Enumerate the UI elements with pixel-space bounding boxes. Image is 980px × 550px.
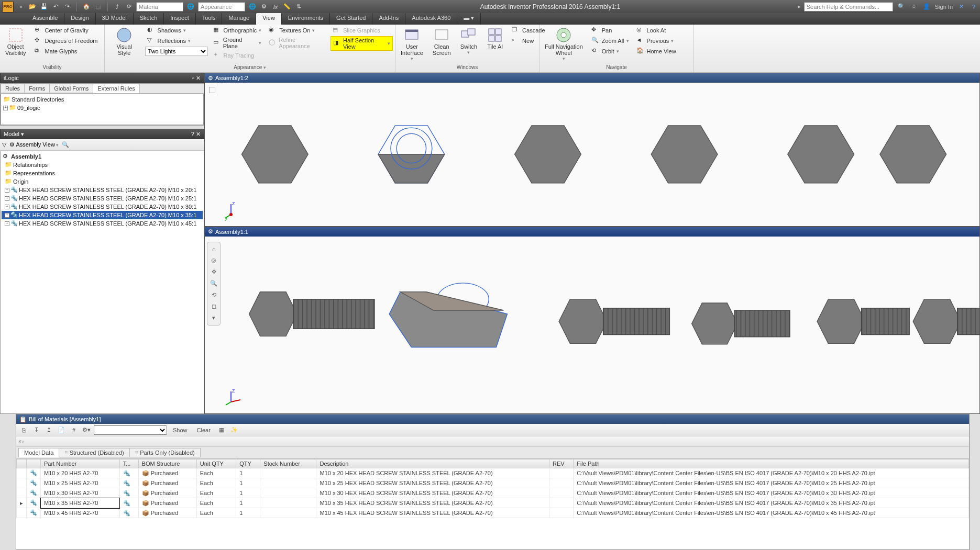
tile-all-button[interactable]: Tile Al bbox=[483, 26, 506, 51]
bom-row[interactable]: 🔩M10 x 45 HHS A2-70🔩📦 PurchasedEach1M10 … bbox=[17, 508, 969, 518]
fx-icon[interactable]: fx bbox=[271, 3, 280, 11]
bom-sort-desc-icon[interactable]: ↥ bbox=[43, 425, 54, 435]
bom-renumber-icon[interactable]: # bbox=[69, 425, 79, 435]
bom-columns-icon[interactable]: ▦ bbox=[216, 425, 227, 435]
tab-tools[interactable]: Tools bbox=[196, 13, 223, 25]
bom-column-header[interactable]: REV bbox=[549, 459, 574, 468]
tab-3d-model[interactable]: 3D Model bbox=[96, 13, 134, 25]
bom-highlight-icon[interactable]: ✨ bbox=[229, 425, 239, 435]
tab-add-ins[interactable]: Add-Ins bbox=[372, 13, 405, 25]
next-icon[interactable]: ▸ bbox=[798, 3, 801, 10]
bom-filter-combo[interactable] bbox=[94, 425, 167, 435]
bom-column-header[interactable]: BOM Structure bbox=[138, 459, 196, 468]
group-label[interactable]: Appearance bbox=[107, 63, 393, 71]
ilogic-tab-global-forms[interactable]: Global Forms bbox=[49, 84, 93, 93]
viewport2[interactable]: ⌂ ◎ ✥ 🔍 ⟲ ◻ ▾ bbox=[205, 237, 979, 413]
bom-tab-0[interactable]: Model Data bbox=[18, 448, 59, 457]
bom-header[interactable]: 📋Bill of Materials [Assembly1] bbox=[16, 414, 969, 424]
home-icon[interactable]: 🏠 bbox=[82, 3, 91, 11]
tab-design[interactable]: Design bbox=[64, 13, 95, 25]
bom-formula-icon[interactable]: x₁ bbox=[18, 438, 24, 445]
tab-autodesk-a360[interactable]: Autodesk A360 bbox=[405, 13, 457, 25]
viewport1[interactable]: zy bbox=[205, 83, 979, 226]
model-tree-item[interactable]: 📁 Relationships bbox=[2, 161, 203, 169]
object-visibility-button[interactable]: Object Visibility bbox=[2, 26, 29, 57]
appearance-globe-icon[interactable]: 🌐 bbox=[248, 3, 257, 11]
tab-sketch[interactable]: Sketch bbox=[134, 13, 164, 25]
bom-sort-asc-icon[interactable]: ↧ bbox=[31, 425, 41, 435]
return-icon[interactable]: ⤴ bbox=[113, 3, 122, 11]
full-nav-wheel-button[interactable]: Full Navigation Wheel bbox=[542, 26, 586, 62]
viewport1-header[interactable]: ⚙Assembly1:2 bbox=[205, 73, 979, 83]
reflections-button[interactable]: ▽Reflections bbox=[145, 36, 208, 46]
ilogic-tree-item[interactable]: + 📁 09_ilogic bbox=[2, 104, 202, 112]
user-icon[interactable]: 👤 bbox=[922, 3, 931, 11]
save-icon[interactable]: 💾 bbox=[40, 3, 48, 11]
ilogic-tab-forms[interactable]: Forms bbox=[24, 84, 50, 93]
nav-bar-lookat-icon[interactable]: ◻ bbox=[209, 302, 218, 311]
bom-column-header[interactable]: Stock Number bbox=[260, 459, 316, 468]
ilogic-panel-header[interactable]: iLogic ▫ ✕ bbox=[0, 73, 204, 83]
material-combo[interactable]: Materia bbox=[136, 2, 183, 12]
signin-link[interactable]: Sign In bbox=[935, 4, 953, 10]
ground-plane-button[interactable]: ▭Ground Plane bbox=[211, 36, 264, 50]
select-icon[interactable]: ⬚ bbox=[94, 3, 102, 11]
degrees-of-freedom-button[interactable]: ✣Degrees of Freedom bbox=[32, 36, 100, 46]
half-section-view-button[interactable]: ◨Half Section View bbox=[331, 36, 393, 51]
tab-overflow[interactable]: ▬ ▾ bbox=[457, 13, 481, 25]
bom-column-header[interactable]: File Path bbox=[574, 459, 969, 468]
ilogic-tree-item[interactable]: 📁 Standard Directories bbox=[2, 95, 202, 104]
appearance-combo[interactable]: Appearance bbox=[198, 2, 245, 12]
adjust-icon[interactable]: ⚙ bbox=[260, 3, 268, 11]
model-tree-item[interactable]: + 🔩 HEX HEAD SCREW STAINLESS STEEL (GRAD… bbox=[2, 219, 203, 228]
orbit-button[interactable]: ⟲Orbit bbox=[589, 47, 631, 56]
bom-row[interactable]: 🔩M10 x 30 HHS A2-70🔩📦 PurchasedEach1M10 … bbox=[17, 488, 969, 498]
bom-row[interactable]: 🔩M10 x 20 HHS A2-70🔩📦 PurchasedEach1M10 … bbox=[17, 468, 969, 478]
previous-button[interactable]: ◄Previous bbox=[634, 36, 678, 46]
assembly-view-dropdown[interactable]: ⚙ Assembly View bbox=[9, 141, 59, 148]
nav-bar-wheel-icon[interactable]: ◎ bbox=[209, 256, 218, 265]
filter-icon[interactable]: ▽ bbox=[2, 141, 6, 148]
home-view-button[interactable]: 🏠Home View bbox=[634, 47, 678, 56]
look-at-button[interactable]: ◎Look At bbox=[634, 26, 678, 35]
bom-column-header[interactable]: Description bbox=[316, 459, 549, 468]
orthographic-button[interactable]: ▦Orthographic bbox=[211, 26, 264, 35]
mate-glyphs-button[interactable]: ⧉Mate Glyphs bbox=[32, 47, 100, 56]
model-tree-item[interactable]: + 🔩 HEX HEAD SCREW STAINLESS STEEL (GRAD… bbox=[2, 186, 203, 194]
panel-options-icon[interactable]: ▫ ✕ bbox=[192, 75, 201, 82]
binoculars-icon[interactable]: 🔍 bbox=[897, 3, 906, 11]
panel-options-icon[interactable]: ? ✕ bbox=[191, 131, 201, 138]
tab-view[interactable]: View bbox=[256, 13, 282, 25]
bom-row[interactable]: 🔩M10 x 25 HHS A2-70🔩📦 PurchasedEach1M10 … bbox=[17, 478, 969, 488]
model-panel-header[interactable]: Model ▾ ? ✕ bbox=[0, 129, 204, 139]
nav-bar-options-icon[interactable]: ▾ bbox=[209, 313, 218, 323]
tab-environments[interactable]: Environments bbox=[282, 13, 330, 25]
nav-bar-pan-icon[interactable]: ✥ bbox=[209, 267, 218, 277]
nav-bar-home-icon[interactable]: ⌂ bbox=[209, 244, 218, 254]
zoom-all-button[interactable]: 🔍Zoom All bbox=[589, 36, 631, 46]
model-tree-root[interactable]: ⚙ Assembly1 bbox=[2, 152, 203, 161]
bom-column-header[interactable]: QTY bbox=[236, 459, 260, 468]
ilogic-tab-external-rules[interactable]: External Rules bbox=[93, 84, 140, 93]
model-tree-item[interactable]: + 🔩 HEX HEAD SCREW STAINLESS STEEL (GRAD… bbox=[2, 194, 203, 203]
find-icon[interactable]: 🔍 bbox=[62, 141, 69, 148]
model-tree-item[interactable]: + 🔩 HEX HEAD SCREW STAINLESS STEEL (GRAD… bbox=[2, 211, 203, 219]
refine-appearance-button[interactable]: ◯Refine Appearance bbox=[267, 36, 327, 50]
model-tree-item[interactable]: 📁 Representations bbox=[2, 169, 203, 177]
viewport2-header[interactable]: ⚙Assembly1:1 bbox=[205, 227, 979, 237]
bom-export-icon[interactable]: ⎘ bbox=[18, 425, 29, 435]
favorite-icon[interactable]: ☆ bbox=[910, 3, 918, 11]
tab-get-started[interactable]: Get Started bbox=[330, 13, 372, 25]
viewcube-toggle-icon[interactable] bbox=[209, 87, 215, 93]
tab-inspect[interactable]: Inspect bbox=[164, 13, 195, 25]
switch-button[interactable]: Switch bbox=[457, 26, 480, 56]
visual-style-button[interactable]: Visual Style bbox=[107, 26, 142, 57]
material-globe-icon[interactable]: 🌐 bbox=[186, 3, 195, 11]
bom-grid[interactable]: Part NumberT...BOM StructureUnit QTYQTYS… bbox=[16, 459, 969, 549]
measure-icon[interactable]: 📏 bbox=[283, 3, 291, 11]
bom-column-header[interactable]: Unit QTY bbox=[196, 459, 236, 468]
bom-settings-icon[interactable]: ⚙▾ bbox=[81, 425, 92, 435]
new-icon[interactable]: ▫ bbox=[17, 3, 25, 11]
shadows-button[interactable]: ◐Shadows bbox=[145, 26, 208, 35]
bom-tab-1[interactable]: ≡ Structured (Disabled) bbox=[59, 448, 129, 457]
